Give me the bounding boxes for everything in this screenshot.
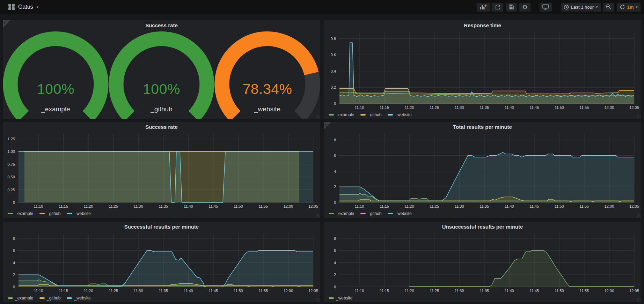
legend-label: _website xyxy=(74,296,90,301)
legend-item-website[interactable]: _website xyxy=(388,112,411,117)
svg-text:12:05: 12:05 xyxy=(629,289,639,293)
svg-text:4: 4 xyxy=(334,261,336,265)
legend-item-website[interactable]: _website xyxy=(67,296,90,301)
svg-text:11:50: 11:50 xyxy=(555,204,564,208)
legend-label: _github xyxy=(47,296,60,301)
add-panel-button[interactable] xyxy=(477,3,490,12)
svg-text:4: 4 xyxy=(334,169,336,173)
svg-text:11:55: 11:55 xyxy=(580,289,589,293)
legend-item-github[interactable]: _github xyxy=(39,211,60,216)
svg-text:11:40: 11:40 xyxy=(184,204,193,208)
svg-text:2: 2 xyxy=(13,273,15,277)
svg-text:11:45: 11:45 xyxy=(530,289,539,293)
svg-text:11:10: 11:10 xyxy=(355,204,364,208)
svg-text:8: 8 xyxy=(334,236,336,240)
legend-item-github[interactable]: _github xyxy=(360,112,381,117)
gauge-row: 100% _example 100% _github 78.34% _websi… xyxy=(3,30,320,119)
legend-item-website[interactable]: _website xyxy=(67,211,90,216)
panel-success-rate-gauges: i Success rate 100% _example 100% _githu… xyxy=(3,20,320,119)
svg-text:12:00: 12:00 xyxy=(284,204,293,208)
chart-unsuccessful-results[interactable]: 11:1011:1511:2011:2511:3011:3511:4011:45… xyxy=(326,231,639,294)
panel-resize-handle[interactable] xyxy=(316,214,320,217)
chart-success-rate[interactable]: 11:1011:1511:2011:2511:3011:3511:4011:45… xyxy=(5,131,318,209)
svg-text:11:45: 11:45 xyxy=(530,105,539,110)
svg-text:4: 4 xyxy=(13,261,15,265)
svg-text:12:05: 12:05 xyxy=(629,204,639,208)
chart-total-results[interactable]: 11:1011:1511:2011:2511:3011:3511:4011:45… xyxy=(326,131,639,209)
svg-text:11:35: 11:35 xyxy=(480,105,489,110)
svg-text:11:55: 11:55 xyxy=(580,204,589,208)
settings-button[interactable]: ⚙ xyxy=(519,3,530,12)
legend-label: _example xyxy=(336,112,354,117)
svg-text:11:35: 11:35 xyxy=(159,289,168,293)
panel-resize-handle[interactable] xyxy=(637,115,641,118)
gauge-label: _website xyxy=(214,105,320,113)
svg-text:0.75: 0.75 xyxy=(8,162,15,166)
legend-label: _website xyxy=(74,211,90,216)
legend-item-example[interactable]: _example xyxy=(329,211,354,216)
save-icon xyxy=(508,4,514,10)
panel-title[interactable]: Unsuccessful results per minute xyxy=(324,224,641,230)
svg-text:11:10: 11:10 xyxy=(355,289,364,293)
panel-title[interactable]: Success rate xyxy=(3,124,320,130)
panel-resize-handle[interactable] xyxy=(316,115,320,118)
svg-text:11:35: 11:35 xyxy=(480,289,489,293)
panel-resize-handle[interactable] xyxy=(637,214,641,217)
refresh-interval-label: 1m xyxy=(627,5,634,10)
legend-label: _example xyxy=(15,296,33,301)
gear-icon: ⚙ xyxy=(522,4,528,10)
legend-swatch xyxy=(8,297,13,299)
panel-title[interactable]: Successful results per minute xyxy=(3,224,320,230)
refresh-interval-caret: ▾ xyxy=(636,5,638,9)
legend-item-github[interactable]: _github xyxy=(360,211,381,216)
dashboard-title[interactable]: Gatus xyxy=(18,4,33,10)
svg-text:11:25: 11:25 xyxy=(430,289,439,293)
svg-text:11:30: 11:30 xyxy=(455,289,464,293)
svg-text:0: 0 xyxy=(334,285,336,289)
time-range-button[interactable]: Last 1 hour ▾ xyxy=(561,3,601,12)
svg-text:2: 2 xyxy=(334,185,336,189)
dashboards-grid-icon[interactable] xyxy=(8,4,15,10)
panel-unsuccessful-results: Unsuccessful results per minute 11:1011:… xyxy=(324,222,641,302)
legend: _example_github_website xyxy=(329,112,412,117)
panel-response-time: Response time 11:1011:1511:2011:2511:301… xyxy=(324,20,641,119)
svg-text:12:00: 12:00 xyxy=(605,204,614,208)
svg-text:11:15: 11:15 xyxy=(59,204,68,208)
panel-title[interactable]: Response time xyxy=(324,22,641,28)
legend-item-github[interactable]: _github xyxy=(39,296,60,301)
chart-successful-results[interactable]: 11:1011:1511:2011:2511:3011:3511:4011:45… xyxy=(5,231,318,294)
svg-text:11:40: 11:40 xyxy=(184,289,193,293)
svg-text:11:30: 11:30 xyxy=(455,204,464,208)
legend-item-website[interactable]: _website xyxy=(388,211,411,216)
legend-swatch xyxy=(329,297,334,299)
svg-text:11:25: 11:25 xyxy=(109,289,118,293)
svg-text:12:05: 12:05 xyxy=(629,105,639,110)
zoom-out-button[interactable] xyxy=(603,3,614,12)
legend-item-website[interactable]: _website xyxy=(329,296,352,301)
legend-item-example[interactable]: _example xyxy=(8,211,33,216)
save-button[interactable] xyxy=(506,3,517,12)
panel-title[interactable]: Total results per minute xyxy=(324,124,641,130)
svg-text:11:35: 11:35 xyxy=(159,204,168,208)
cycle-view-mode-button[interactable] xyxy=(540,3,552,12)
share-button[interactable] xyxy=(492,3,503,12)
dashboard-dropdown-caret[interactable]: ▾ xyxy=(37,5,39,9)
chart-response-time[interactable]: 11:1011:1511:2011:2511:3011:3511:4011:45… xyxy=(326,29,639,111)
legend-swatch xyxy=(388,114,393,116)
legend-item-example[interactable]: _example xyxy=(329,112,354,117)
legend: _example_github_website xyxy=(329,211,412,216)
legend-item-example[interactable]: _example xyxy=(8,296,33,301)
panel-resize-handle[interactable] xyxy=(637,298,641,302)
svg-text:11:30: 11:30 xyxy=(134,204,143,208)
legend-label: _github xyxy=(368,211,381,216)
legend-swatch xyxy=(329,114,334,116)
panel-resize-handle[interactable] xyxy=(316,298,320,302)
legend-label: _website xyxy=(395,211,411,216)
refresh-button[interactable]: 1m ▾ xyxy=(617,3,641,12)
panel-title[interactable]: Success rate xyxy=(3,22,320,28)
svg-text:0.2: 0.2 xyxy=(331,85,336,89)
svg-text:11:25: 11:25 xyxy=(430,105,439,110)
svg-text:11:40: 11:40 xyxy=(505,289,514,293)
svg-text:2: 2 xyxy=(334,273,336,277)
legend-swatch xyxy=(388,213,393,214)
